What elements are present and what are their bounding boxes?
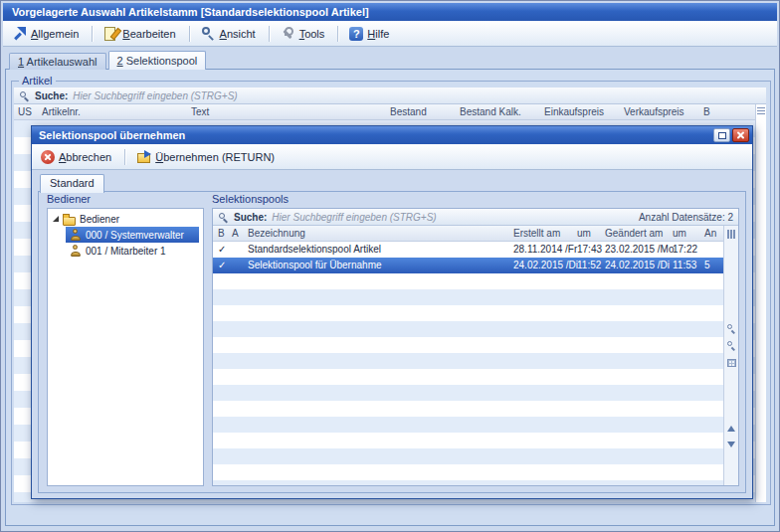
cell-geaendert-um: 17:22 bbox=[673, 242, 697, 258]
artikel-table-header: US Artikelnr. Text Bestand Bestand Kalk.… bbox=[14, 104, 755, 120]
allgemein-button[interactable]: Allgemein bbox=[7, 24, 87, 44]
pools-table-header: B A Bezeichnung Erstellt am um Geändert … bbox=[213, 226, 723, 242]
toolbar-separator bbox=[124, 149, 126, 165]
bediener-group-label: Bediener bbox=[47, 193, 91, 205]
tab-standard[interactable]: Standard bbox=[40, 174, 104, 193]
user-icon bbox=[70, 245, 82, 257]
toolbar-separator bbox=[189, 26, 191, 42]
artikel-search-bar[interactable]: Suche: bbox=[14, 88, 766, 104]
search-icon bbox=[218, 212, 229, 223]
column-header[interactable]: Erstellt am bbox=[513, 226, 560, 242]
dialog-title: Selektionspool übernehmen bbox=[39, 129, 185, 141]
toolbar-separator bbox=[92, 26, 94, 42]
tree-expander-icon[interactable] bbox=[53, 216, 59, 222]
tree-root-label: Bediener bbox=[80, 214, 119, 225]
cell-erstellt-um: 11:52 bbox=[577, 258, 601, 273]
column-header[interactable]: Artikelnr. bbox=[42, 104, 81, 120]
accept-icon bbox=[136, 149, 151, 164]
cell-bezeichnung: Selektionspool für Übernahme bbox=[248, 258, 382, 273]
toolbar-separator bbox=[269, 26, 271, 42]
ansicht-button[interactable]: Ansicht bbox=[196, 24, 264, 44]
hilfe-button[interactable]: ? Hilfe bbox=[344, 24, 397, 44]
column-header[interactable]: Verkaufspreis bbox=[624, 104, 684, 120]
column-header[interactable]: An bbox=[704, 226, 716, 242]
hilfe-label: Hilfe bbox=[367, 28, 389, 40]
grid-icon[interactable] bbox=[726, 357, 737, 368]
pools-search-input[interactable] bbox=[272, 212, 634, 223]
ansicht-label: Ansicht bbox=[220, 28, 256, 40]
uebernehmen-button[interactable]: Übernehmen (RETURN) bbox=[131, 147, 283, 167]
uebernehmen-label: Übernehmen (RETURN) bbox=[155, 151, 275, 163]
cell-erstellt-am: 28.11.2014 /Fr bbox=[513, 242, 577, 258]
grid-options-icon[interactable] bbox=[757, 107, 765, 114]
tree-item-systemverwalter[interactable]: 000 / Systemverwalter bbox=[48, 227, 223, 243]
cell-anzahl: 5 bbox=[704, 258, 710, 273]
zoom-out-icon[interactable] bbox=[726, 340, 737, 351]
cell-bezeichnung: Standardselektionspool Artikel bbox=[248, 242, 381, 258]
window-title: Vorgelagerte Auswahl Artikelstamm [Stand… bbox=[12, 6, 369, 18]
table-row-selected[interactable]: ✓ Selektionspool für Übernahme 24.02.201… bbox=[213, 258, 723, 273]
zoom-in-icon[interactable] bbox=[726, 323, 737, 334]
artikel-table-scrollbar[interactable] bbox=[755, 104, 766, 502]
selektionspool-dialog: Selektionspool übernehmen Abbrechen Über… bbox=[31, 125, 753, 499]
app-window: Vorgelagerte Auswahl Artikelstamm [Stand… bbox=[0, 0, 780, 532]
tree-root-bediener[interactable]: Bediener bbox=[48, 211, 206, 227]
column-header[interactable]: Bestand bbox=[390, 104, 427, 120]
cell-erstellt-um: 17:43 bbox=[577, 242, 602, 258]
columns-icon[interactable] bbox=[726, 229, 737, 240]
bediener-tree: Bediener 000 / Systemverwalter 001 / Mit… bbox=[47, 208, 204, 486]
column-header[interactable]: B bbox=[703, 104, 710, 120]
artikel-search-label: Suche: bbox=[35, 90, 68, 101]
cell-erstellt-am: 24.02.2015 /Di bbox=[513, 258, 578, 273]
column-header[interactable]: A bbox=[232, 226, 239, 242]
tab-selektionspool[interactable]: 2 Selektionspool bbox=[108, 51, 207, 70]
tree-item-label: 000 / Systemverwalter bbox=[86, 230, 184, 241]
table-row[interactable]: ✓ Standardselektionspool Artikel 28.11.2… bbox=[213, 242, 723, 258]
folder-icon bbox=[63, 214, 76, 225]
cell-geaendert-am: 23.02.2015 /Mo bbox=[605, 242, 675, 258]
checkmark: ✓ bbox=[218, 258, 226, 273]
go-arrow-icon bbox=[12, 26, 27, 41]
artikel-search-input[interactable] bbox=[73, 90, 761, 101]
column-header[interactable]: Bezeichnung bbox=[248, 226, 305, 242]
cell-geaendert-am: 24.02.2015 /Di bbox=[605, 258, 670, 273]
column-header[interactable]: Einkaufspreis bbox=[544, 104, 604, 120]
column-header[interactable]: US bbox=[18, 104, 32, 120]
edit-icon bbox=[103, 26, 118, 41]
tree-item-label: 001 / Mitarbeiter 1 bbox=[86, 246, 166, 257]
column-header[interactable]: um bbox=[577, 226, 591, 242]
tools-button[interactable]: Tools bbox=[276, 24, 333, 44]
pools-table: Suche: Anzahl Datensätze: 2 B A Bezeichn… bbox=[212, 208, 739, 486]
record-count: Anzahl Datensätze: 2 bbox=[639, 212, 733, 223]
abbrechen-label: Abbrechen bbox=[59, 151, 111, 163]
pools-group-label: Selektionspools bbox=[212, 193, 289, 205]
help-icon: ? bbox=[349, 27, 363, 41]
pools-search-label: Suche: bbox=[234, 212, 267, 223]
column-header[interactable]: Text bbox=[191, 104, 209, 120]
cell-geaendert-um: 11:53 bbox=[673, 258, 696, 273]
pools-table-rows-empty bbox=[213, 273, 723, 485]
window-titlebar: Vorgelagerte Auswahl Artikelstamm [Stand… bbox=[3, 3, 777, 21]
scroll-up-icon[interactable] bbox=[727, 426, 735, 432]
dialog-panel: Bediener Bediener 000 / Systemverwalter … bbox=[38, 191, 746, 493]
column-header[interactable]: Bestand Kalk. bbox=[460, 104, 521, 120]
restore-icon[interactable] bbox=[713, 128, 730, 142]
cancel-x-icon bbox=[41, 150, 55, 164]
bearbeiten-button[interactable]: Bearbeiten bbox=[98, 24, 183, 44]
tools-label: Tools bbox=[299, 28, 325, 40]
page-tabs: 1 Artikelauswahl 2 Selektionspool bbox=[9, 51, 206, 70]
column-header[interactable]: Geändert am bbox=[605, 226, 663, 242]
search-icon bbox=[19, 90, 30, 101]
dialog-titlebar-buttons bbox=[713, 128, 749, 142]
main-toolbar: Allgemein Bearbeiten Ansicht Tools ? Hil… bbox=[3, 21, 777, 47]
allgemein-label: Allgemein bbox=[31, 28, 79, 40]
scroll-down-icon[interactable] bbox=[727, 442, 735, 447]
abbrechen-button[interactable]: Abbrechen bbox=[36, 147, 119, 167]
tree-item-mitarbeiter1[interactable]: 001 / Mitarbeiter 1 bbox=[48, 243, 223, 259]
wrench-icon bbox=[281, 26, 295, 41]
tab-artikelauswahl[interactable]: 1 Artikelauswahl bbox=[9, 53, 106, 70]
pools-search-bar[interactable]: Suche: Anzahl Datensätze: 2 bbox=[213, 209, 738, 226]
close-icon[interactable] bbox=[732, 128, 749, 142]
column-header[interactable]: um bbox=[673, 226, 686, 242]
toolbar-separator bbox=[337, 26, 339, 42]
